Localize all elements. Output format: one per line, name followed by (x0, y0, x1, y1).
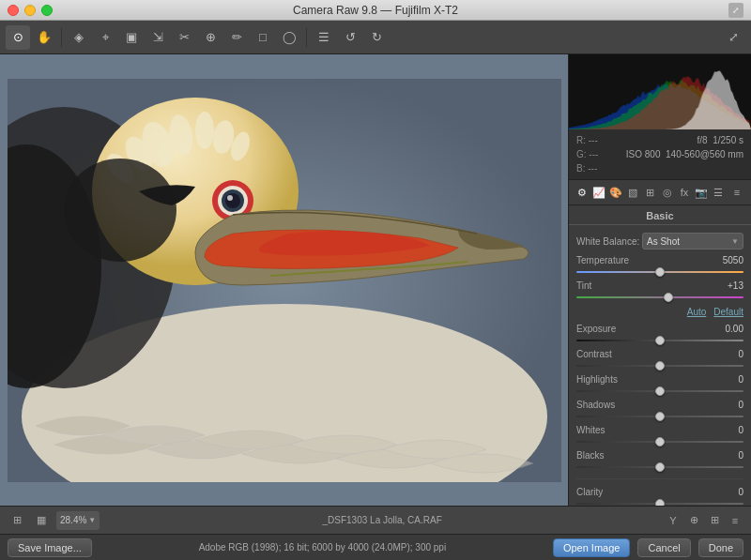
transform-tool[interactable]: ⇲ (146, 25, 170, 50)
tint-thumb[interactable] (664, 293, 673, 302)
shadows-value: 0 (715, 400, 743, 410)
separator-1 (61, 28, 62, 47)
image-canvas (0, 54, 568, 506)
clarity-thumb[interactable] (655, 499, 665, 506)
image-area[interactable] (0, 54, 568, 506)
main-area: R: --- G: --- B: --- f/8 1/250 s ISO 800… (0, 54, 751, 506)
separator-2 (306, 28, 307, 47)
panel-content: Basic White Balance: As Shot ▼ Temperatu… (569, 205, 751, 506)
split-tone-icon[interactable]: ▧ (626, 184, 640, 201)
wb-arrow-icon: ▼ (731, 237, 739, 246)
graduated-tool[interactable]: □ (251, 25, 275, 50)
zoom-display[interactable]: 28.4% ▼ (56, 511, 100, 530)
temperature-slider[interactable] (576, 266, 743, 278)
blacks-slider[interactable] (576, 462, 743, 473)
status-bar: ⊞ ▦ 28.4% ▼ _DSF1303 La Jolla, CA.RAF Y … (0, 506, 751, 534)
tone-curve-icon[interactable]: 📈 (591, 184, 605, 201)
minimize-button[interactable] (24, 5, 36, 16)
lens-icon[interactable]: ◎ (660, 184, 674, 201)
shadows-slider[interactable] (576, 411, 743, 422)
blacks-thumb[interactable] (655, 462, 665, 472)
clarity-slider[interactable] (576, 498, 743, 506)
status-zoom-fill[interactable]: ⊞ (706, 512, 723, 529)
highlights-row: Highlights 0 (569, 372, 751, 397)
status-y-button[interactable]: Y (665, 512, 682, 529)
close-button[interactable] (8, 5, 19, 16)
auto-link[interactable]: Auto (687, 307, 707, 317)
hsl-icon[interactable]: 🎨 (608, 184, 622, 201)
effects-icon[interactable]: fx (677, 184, 691, 201)
default-link[interactable]: Default (713, 307, 743, 317)
r-value: --- (589, 135, 598, 145)
tint-row: Tint +13 (569, 279, 751, 303)
b-label: B: --- (576, 161, 598, 175)
balance-tool[interactable]: ◈ (67, 25, 91, 50)
exposure-value: 0.00 (715, 324, 743, 334)
toolbar: ⊙ ✋ ◈ ⌖ ▣ ⇲ ✂ ⊕ ✏ □ ◯ ☰ ↺ ↻ ⤢ (0, 21, 751, 54)
blacks-value: 0 (715, 450, 743, 461)
toggle-filmstrip-button[interactable]: ⊞ (8, 511, 26, 530)
status-filename: _DSF1303 La Jolla, CA.RAF (105, 515, 659, 525)
highlights-thumb[interactable] (655, 386, 665, 396)
temperature-thumb[interactable] (655, 267, 665, 277)
highlights-slider[interactable] (576, 386, 743, 397)
camera-info: R: --- G: --- B: --- f/8 1/250 s ISO 800… (569, 129, 751, 180)
iso: ISO 800 (626, 149, 661, 159)
crop-tool[interactable]: ⌖ (93, 25, 117, 50)
whites-slider[interactable] (576, 436, 743, 447)
maximize-button[interactable] (41, 5, 53, 16)
redo-tool[interactable]: ↻ (364, 25, 389, 50)
svg-point-16 (227, 195, 233, 201)
presets-icon[interactable]: ☰ (712, 184, 726, 201)
save-image-button[interactable]: Save Image... (8, 538, 92, 557)
blacks-row: Blacks 0 (569, 448, 751, 473)
zoom-tool[interactable]: ⊙ (6, 25, 30, 50)
white-balance-row: White Balance: As Shot ▼ (569, 231, 751, 251)
straighten-tool[interactable]: ▣ (119, 25, 144, 50)
grid-view-button[interactable]: ▦ (32, 511, 51, 530)
restore-button[interactable]: ⤢ (728, 3, 743, 18)
redeye-tool[interactable]: ⊕ (198, 25, 222, 50)
bottom-info-text: Adobe RGB (1998); 16 bit; 6000 by 4000 (… (199, 542, 447, 552)
histogram-canvas (569, 54, 751, 129)
detail-icon[interactable]: ⊞ (643, 184, 657, 201)
fullscreen-tool[interactable]: ⤢ (721, 25, 745, 50)
shadows-thumb[interactable] (655, 412, 665, 421)
contrast-slider[interactable] (576, 360, 743, 371)
status-right-controls: Y ⊕ ⊞ ≡ (665, 512, 743, 529)
r-label: R: --- (576, 133, 598, 147)
tint-slider[interactable] (576, 292, 743, 303)
g-label: G: --- (576, 147, 598, 161)
panel-tools: ⚙ 📈 🎨 ▧ ⊞ ◎ fx 📷 ☰ ≡ (569, 180, 751, 205)
wb-label: White Balance: (576, 236, 642, 247)
lens: 140-560@560 mm (666, 149, 743, 159)
right-panel: R: --- G: --- B: --- f/8 1/250 s ISO 800… (568, 54, 751, 506)
brush-tool[interactable]: ✏ (224, 25, 249, 50)
radial-tool[interactable]: ◯ (277, 25, 301, 50)
wb-select[interactable]: As Shot ▼ (642, 233, 743, 250)
basic-panel-icon[interactable]: ⚙ (575, 184, 589, 201)
undo-tool[interactable]: ↺ (338, 25, 362, 50)
contrast-thumb[interactable] (655, 361, 665, 371)
done-button[interactable]: Done (698, 538, 743, 557)
panel-menu-icon[interactable]: ≡ (728, 184, 745, 201)
exposure-slider[interactable] (576, 335, 743, 346)
status-zoom-fit[interactable]: ⊕ (685, 512, 702, 529)
clarity-value: 0 (715, 487, 743, 497)
b-value: --- (588, 163, 597, 174)
aperture: f/8 (697, 135, 708, 145)
whites-row: Whites 0 (569, 423, 751, 447)
shutter: 1/250 s (713, 135, 743, 145)
status-menu[interactable]: ≡ (727, 512, 743, 529)
exposure-thumb[interactable] (655, 336, 665, 345)
tint-label: Tint (576, 280, 591, 291)
cancel-button[interactable]: Cancel (637, 538, 690, 557)
histogram (569, 54, 751, 129)
open-image-button[interactable]: Open Image (553, 538, 631, 557)
spot-tool[interactable]: ✂ (172, 25, 196, 50)
traffic-lights (8, 5, 53, 16)
whites-thumb[interactable] (655, 437, 665, 446)
preferences-tool[interactable]: ☰ (312, 25, 336, 50)
camera-cal-icon[interactable]: 📷 (695, 184, 709, 201)
hand-tool[interactable]: ✋ (32, 25, 56, 50)
